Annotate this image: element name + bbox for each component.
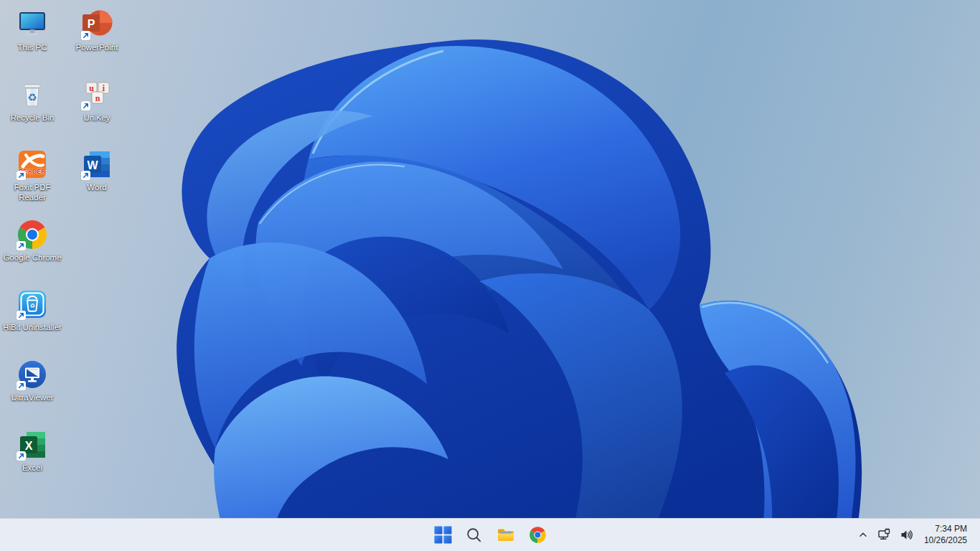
shortcut-arrow-icon <box>17 451 26 461</box>
hibit-uninstaller-icon: ♻ <box>17 288 48 320</box>
chrome-icon <box>17 219 48 250</box>
icon-label: HiBit Uninstaller <box>3 323 62 333</box>
shortcut-arrow-icon <box>17 381 26 390</box>
taskbar: 7:34 PM 10/26/2025 <box>0 518 980 551</box>
excel-icon: X <box>17 429 48 461</box>
desktop[interactable]: This PC P PowerPoint <box>0 0 980 551</box>
start-button[interactable] <box>428 521 457 550</box>
shortcut-arrow-icon <box>17 241 26 250</box>
search-icon <box>466 527 483 544</box>
this-pc-icon <box>17 9 48 40</box>
wallpaper-bloom <box>0 0 980 551</box>
desktop-icon-ultraviewer[interactable]: UltraViewer <box>0 359 65 403</box>
desktop-icon-hibit-uninstaller[interactable]: ♻ HiBit Uninstaller <box>0 288 65 333</box>
icon-label: Excel <box>22 463 42 474</box>
ultraviewer-icon <box>17 359 48 390</box>
clock-time: 7:34 PM <box>924 524 967 535</box>
file-explorer-button[interactable] <box>491 521 520 550</box>
icon-label: Google Chrome <box>3 253 61 263</box>
svg-text:♻: ♻ <box>29 303 34 309</box>
svg-text:W: W <box>87 159 98 171</box>
shortcut-arrow-icon <box>81 101 90 110</box>
windows-logo-icon <box>434 526 452 544</box>
desktop-icon-google-chrome[interactable]: Google Chrome <box>0 219 65 263</box>
volume-button[interactable] <box>896 522 917 548</box>
desktop-icon-this-pc[interactable]: This PC <box>0 9 65 53</box>
shortcut-arrow-icon <box>81 171 90 180</box>
network-ethernet-icon <box>877 528 891 542</box>
file-explorer-icon <box>496 526 515 545</box>
desktop-icon-unikey[interactable]: u i n UniKey <box>65 79 129 123</box>
icon-label: Foxit PDF Reader <box>0 183 65 203</box>
svg-text:P: P <box>88 18 95 30</box>
desktop-icon-recycle-bin[interactable]: ♻ Recycle Bin <box>0 79 65 123</box>
svg-text:X: X <box>25 440 33 452</box>
icon-label: Word <box>87 183 106 193</box>
svg-text:n: n <box>95 93 100 103</box>
icon-label: This PC <box>18 43 47 53</box>
desktop-icon-word[interactable]: W Word <box>65 149 129 193</box>
shortcut-arrow-icon <box>17 311 26 320</box>
chrome-icon <box>529 526 547 544</box>
shortcut-arrow-icon <box>17 171 26 180</box>
unikey-icon: u i n <box>81 79 113 110</box>
tray-overflow-button[interactable] <box>854 522 872 548</box>
recycle-bin-icon: ♻ <box>17 79 48 110</box>
clock-date: 10/26/2025 <box>924 535 967 547</box>
taskbar-center <box>428 519 552 551</box>
powerpoint-icon: P <box>81 9 113 40</box>
desktop-icon-foxit-pdf-reader[interactable]: READER Foxit PDF Reader <box>0 149 65 203</box>
icon-label: Recycle Bin <box>11 113 55 123</box>
taskbar-tray: 7:34 PM 10/26/2025 <box>854 519 980 551</box>
shortcut-arrow-icon <box>81 31 90 40</box>
svg-text:♻: ♻ <box>27 91 37 103</box>
foxit-reader-icon: READER <box>17 149 48 180</box>
search-button[interactable] <box>460 521 489 550</box>
volume-icon <box>900 528 913 542</box>
chrome-taskbar-button[interactable] <box>523 521 552 550</box>
icon-label: PowerPoint <box>76 43 118 53</box>
network-button[interactable] <box>874 522 895 548</box>
svg-text:u: u <box>89 83 94 93</box>
icon-label: UniKey <box>83 113 110 123</box>
icon-label: UltraViewer <box>11 393 53 403</box>
clock[interactable]: 7:34 PM 10/26/2025 <box>918 524 971 546</box>
desktop-icon-excel[interactable]: X Excel <box>0 429 65 474</box>
word-icon: W <box>81 149 113 180</box>
chevron-up-icon <box>857 529 869 541</box>
desktop-icon-powerpoint[interactable]: P PowerPoint <box>65 9 129 53</box>
